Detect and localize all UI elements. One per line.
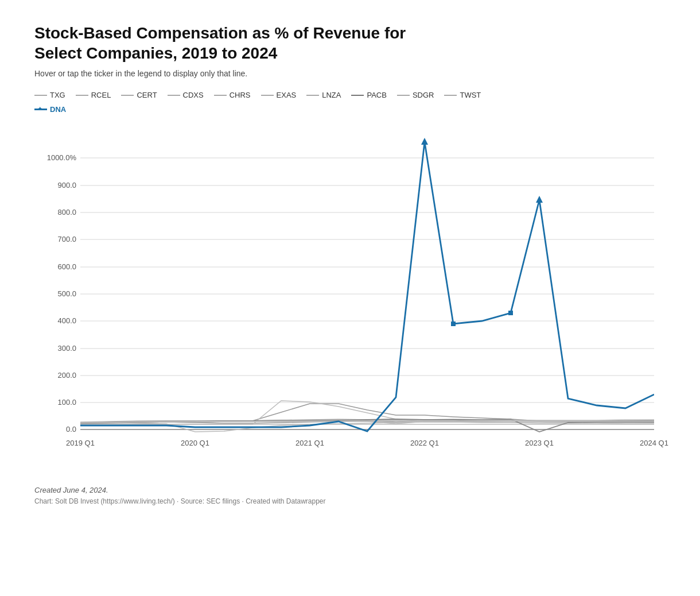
legend-label-sdgr: SDGR — [413, 91, 434, 99]
ylabel-800: 800.0 — [57, 208, 76, 216]
legend-label-chrs: CHRS — [230, 91, 251, 99]
dna-marker-2023q1 — [536, 196, 543, 203]
chart-svg: 0.0 100.0 200.0 300.0 400.0 500.0 600.0 … — [34, 131, 666, 475]
legend-item-dna[interactable]: DNA — [34, 105, 66, 114]
xlabel-2020q1: 2020 Q1 — [181, 439, 209, 447]
ylabel-700: 700.0 — [57, 235, 76, 243]
ylabel-900: 900.0 — [57, 181, 76, 189]
legend-label-lnza: LNZA — [322, 91, 341, 99]
ylabel-1000: 1000.0% — [47, 153, 77, 162]
legend-label-rcel: RCEL — [91, 91, 111, 99]
legend-item-exas[interactable]: EXAS — [261, 91, 297, 99]
legend-item-rcel[interactable]: RCEL — [76, 91, 111, 99]
xlabel-2021q1: 2021 Q1 — [295, 439, 324, 447]
legend-line-lnza — [306, 95, 319, 96]
footer-source: Chart: Solt DB Invest (https://www.livin… — [34, 497, 666, 505]
xlabel-2024q1: 2024 Q1 — [640, 439, 668, 447]
chart-subtitle: Hover or tap the ticker in the legend to… — [34, 69, 666, 78]
legend-item-txg[interactable]: TXG — [34, 91, 65, 99]
legend-item-lnza[interactable]: LNZA — [306, 91, 341, 99]
legend-line-twst — [444, 95, 457, 96]
chart-title: Stock-Based Compensation as % of Revenue… — [34, 23, 425, 63]
legend-line-chrs — [214, 95, 227, 96]
dna-marker-2022q2 — [451, 322, 456, 326]
legend-label-twst: TWST — [460, 91, 481, 99]
gray-lines — [80, 401, 654, 432]
legend-line-sdgr — [397, 95, 410, 96]
ylabel-100: 100.0 — [57, 398, 76, 407]
ylabel-600: 600.0 — [57, 262, 76, 271]
legend-label-exas: EXAS — [277, 91, 297, 99]
footer-created: Created June 4, 2024. — [34, 486, 666, 494]
ylabel-400: 400.0 — [57, 316, 76, 325]
legend-item-chrs[interactable]: CHRS — [214, 91, 251, 99]
legend-label-dna: DNA — [50, 105, 66, 114]
legend-line-dna — [34, 109, 47, 110]
legend-line-pacb — [351, 95, 364, 96]
legend-item-cert[interactable]: CERT — [121, 91, 157, 99]
dna-marker-2022q4 — [508, 311, 513, 315]
legend-line-cdxs — [168, 95, 180, 96]
legend-item-twst[interactable]: TWST — [444, 91, 481, 99]
legend-line-exas — [261, 95, 274, 96]
ylabel-500: 500.0 — [57, 289, 76, 298]
legend-item-pacb[interactable]: PACB — [351, 91, 386, 99]
legend-line-rcel — [76, 95, 88, 96]
legend-item-sdgr[interactable]: SDGR — [397, 91, 434, 99]
legend: TXG RCEL CERT CDXS CHRS EXAS LNZA PACB S… — [34, 91, 666, 117]
legend-item-cdxs[interactable]: CDXS — [168, 91, 204, 99]
legend-label-pacb: PACB — [367, 91, 386, 99]
legend-line-txg — [34, 95, 47, 96]
chart-area: 0.0 100.0 200.0 300.0 400.0 500.0 600.0 … — [34, 131, 666, 475]
legend-line-cert — [121, 95, 134, 96]
legend-label-cdxs: CDXS — [183, 91, 204, 99]
ylabel-0: 0.0 — [66, 425, 76, 434]
svg-rect-0 — [80, 131, 654, 435]
legend-label-txg: TXG — [50, 91, 65, 99]
dna-marker-2022q1 — [421, 138, 428, 145]
xlabel-2022q1: 2022 Q1 — [410, 439, 439, 447]
ylabel-200: 200.0 — [57, 371, 76, 380]
xlabel-2023q1: 2023 Q1 — [525, 439, 554, 447]
ylabel-300: 300.0 — [57, 344, 76, 353]
xlabel-2019q1: 2019 Q1 — [66, 439, 95, 447]
legend-label-cert: CERT — [137, 91, 157, 99]
